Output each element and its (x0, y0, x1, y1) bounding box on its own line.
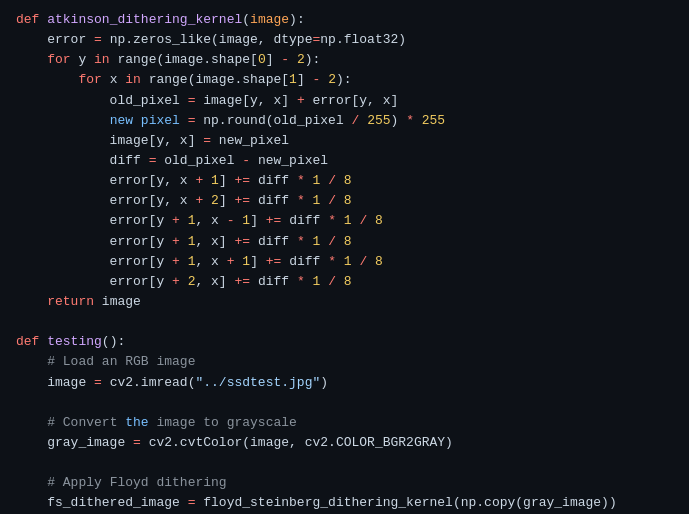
code-line-22: gray_image = cv2.cvtColor(image, cv2.COL… (16, 433, 673, 453)
code-line-3: for y in range(image.shape[0] - 2): (16, 50, 673, 70)
code-line-8: diff = old_pixel - new_pixel (16, 151, 673, 171)
code-line-16 (16, 312, 673, 332)
code-line-4: for x in range(image.shape[1] - 2): (16, 70, 673, 90)
code-line-20 (16, 393, 673, 413)
code-line-18: # Load an RGB image (16, 352, 673, 372)
code-line-7: image[y, x] = new_pixel (16, 131, 673, 151)
code-line-12: error[y + 1, x] += diff * 1 / 8 (16, 232, 673, 252)
code-line-15: return image (16, 292, 673, 312)
code-editor: def atkinson_dithering_kernel(image): er… (0, 0, 689, 514)
code-line-2: error = np.zeros_like(image, dtype=np.fl… (16, 30, 673, 50)
code-line-13: error[y + 1, x + 1] += diff * 1 / 8 (16, 252, 673, 272)
code-line-6: new pixel = np.round(old_pixel / 255) * … (16, 111, 673, 131)
code-line-25: fs_dithered_image = floyd_steinberg_dith… (16, 493, 673, 513)
code-line-24: # Apply Floyd dithering (16, 473, 673, 493)
code-line-5: old_pixel = image[y, x] + error[y, x] (16, 91, 673, 111)
code-line-21: # Convert the image to grayscale (16, 413, 673, 433)
code-line-19: image = cv2.imread("../ssdtest.jpg") (16, 373, 673, 393)
code-line-23 (16, 453, 673, 473)
code-line-10: error[y, x + 2] += diff * 1 / 8 (16, 191, 673, 211)
code-line-14: error[y + 2, x] += diff * 1 / 8 (16, 272, 673, 292)
code-line-11: error[y + 1, x - 1] += diff * 1 / 8 (16, 211, 673, 231)
code-line-17: def testing(): (16, 332, 673, 352)
code-line-1: def atkinson_dithering_kernel(image): (16, 10, 673, 30)
code-line-9: error[y, x + 1] += diff * 1 / 8 (16, 171, 673, 191)
